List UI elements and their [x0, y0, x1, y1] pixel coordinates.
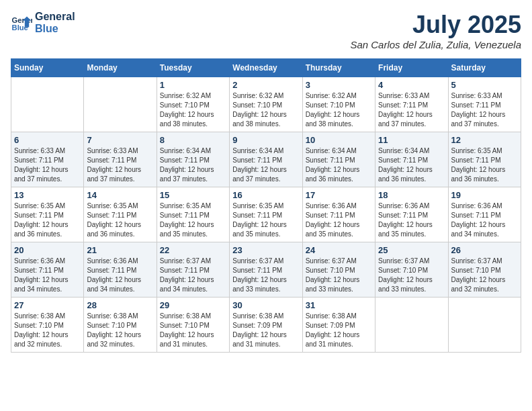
calendar-cell: 24Sunrise: 6:37 AM Sunset: 7:10 PM Dayli…	[302, 242, 375, 298]
day-number: 2	[232, 80, 299, 90]
calendar-cell: 15Sunrise: 6:35 AM Sunset: 7:11 PM Dayli…	[157, 187, 229, 242]
day-number: 11	[378, 135, 445, 145]
calendar-week-row: 6Sunrise: 6:33 AM Sunset: 7:11 PM Daylig…	[11, 132, 521, 187]
day-number: 24	[306, 245, 372, 255]
day-number: 14	[87, 190, 153, 200]
day-info: Sunrise: 6:35 AM Sunset: 7:11 PM Dayligh…	[232, 201, 299, 239]
day-info: Sunrise: 6:37 AM Sunset: 7:11 PM Dayligh…	[160, 257, 226, 294]
day-number: 26	[451, 245, 518, 255]
day-number: 6	[14, 135, 81, 145]
day-info: Sunrise: 6:38 AM Sunset: 7:09 PM Dayligh…	[306, 312, 372, 349]
day-number: 4	[378, 80, 445, 90]
calendar-cell: 27Sunrise: 6:38 AM Sunset: 7:10 PM Dayli…	[11, 298, 84, 353]
calendar-cell: 4Sunrise: 6:33 AM Sunset: 7:11 PM Daylig…	[375, 77, 448, 132]
calendar-cell	[375, 298, 448, 353]
calendar-cell: 29Sunrise: 6:38 AM Sunset: 7:10 PM Dayli…	[157, 298, 229, 353]
day-number: 15	[160, 190, 226, 200]
day-number: 31	[306, 300, 372, 310]
day-number: 13	[14, 190, 81, 200]
logo: General Blue General Blue	[11, 11, 75, 34]
day-info: Sunrise: 6:37 AM Sunset: 7:10 PM Dayligh…	[306, 257, 372, 294]
day-info: Sunrise: 6:32 AM Sunset: 7:10 PM Dayligh…	[232, 91, 299, 129]
day-number: 25	[378, 245, 445, 255]
weekday-header: Sunday	[11, 59, 84, 77]
day-number: 18	[378, 190, 445, 200]
calendar-cell: 23Sunrise: 6:37 AM Sunset: 7:11 PM Dayli…	[230, 242, 302, 298]
calendar-cell	[448, 298, 521, 353]
day-info: Sunrise: 6:34 AM Sunset: 7:11 PM Dayligh…	[378, 146, 445, 184]
calendar-cell: 30Sunrise: 6:38 AM Sunset: 7:09 PM Dayli…	[230, 298, 302, 353]
calendar-cell: 2Sunrise: 6:32 AM Sunset: 7:10 PM Daylig…	[230, 77, 302, 132]
day-number: 5	[451, 80, 518, 90]
title-area: July 2025 San Carlos del Zulia, Zulia, V…	[350, 11, 521, 50]
day-info: Sunrise: 6:38 AM Sunset: 7:10 PM Dayligh…	[14, 312, 81, 349]
logo-icon: General Blue	[11, 12, 32, 34]
calendar-cell: 28Sunrise: 6:38 AM Sunset: 7:10 PM Dayli…	[84, 298, 157, 353]
day-info: Sunrise: 6:32 AM Sunset: 7:10 PM Dayligh…	[160, 91, 226, 129]
calendar-cell: 5Sunrise: 6:33 AM Sunset: 7:11 PM Daylig…	[448, 77, 521, 132]
day-number: 8	[160, 135, 226, 145]
day-number: 22	[160, 245, 226, 255]
day-number: 29	[160, 300, 226, 310]
calendar-cell: 19Sunrise: 6:36 AM Sunset: 7:11 PM Dayli…	[448, 187, 521, 242]
day-info: Sunrise: 6:37 AM Sunset: 7:10 PM Dayligh…	[378, 257, 445, 294]
calendar-cell: 17Sunrise: 6:36 AM Sunset: 7:11 PM Dayli…	[302, 187, 375, 242]
weekday-header-row: SundayMondayTuesdayWednesdayThursdayFrid…	[11, 59, 521, 77]
weekday-header: Wednesday	[230, 59, 302, 77]
logo-blue: Blue	[35, 23, 75, 35]
calendar-week-row: 13Sunrise: 6:35 AM Sunset: 7:11 PM Dayli…	[11, 187, 521, 242]
calendar-cell: 18Sunrise: 6:36 AM Sunset: 7:11 PM Dayli…	[375, 187, 448, 242]
calendar-cell: 1Sunrise: 6:32 AM Sunset: 7:10 PM Daylig…	[157, 77, 229, 132]
day-info: Sunrise: 6:33 AM Sunset: 7:11 PM Dayligh…	[451, 91, 518, 129]
day-info: Sunrise: 6:36 AM Sunset: 7:11 PM Dayligh…	[14, 257, 81, 294]
day-info: Sunrise: 6:34 AM Sunset: 7:11 PM Dayligh…	[306, 146, 372, 184]
day-number: 7	[87, 135, 153, 145]
calendar-cell: 3Sunrise: 6:32 AM Sunset: 7:10 PM Daylig…	[302, 77, 375, 132]
day-info: Sunrise: 6:37 AM Sunset: 7:10 PM Dayligh…	[451, 257, 518, 294]
day-info: Sunrise: 6:38 AM Sunset: 7:09 PM Dayligh…	[232, 312, 299, 349]
day-number: 12	[451, 135, 518, 145]
day-info: Sunrise: 6:33 AM Sunset: 7:11 PM Dayligh…	[14, 146, 81, 184]
day-number: 9	[232, 135, 299, 145]
weekday-header: Monday	[84, 59, 157, 77]
day-number: 28	[87, 300, 153, 310]
calendar-cell: 9Sunrise: 6:34 AM Sunset: 7:11 PM Daylig…	[230, 132, 302, 187]
location-subtitle: San Carlos del Zulia, Zulia, Venezuela	[350, 39, 521, 50]
day-info: Sunrise: 6:34 AM Sunset: 7:11 PM Dayligh…	[160, 146, 226, 184]
day-number: 19	[451, 190, 518, 200]
calendar-cell: 12Sunrise: 6:35 AM Sunset: 7:11 PM Dayli…	[448, 132, 521, 187]
calendar-cell	[84, 77, 157, 132]
calendar-cell: 14Sunrise: 6:35 AM Sunset: 7:11 PM Dayli…	[84, 187, 157, 242]
day-info: Sunrise: 6:36 AM Sunset: 7:11 PM Dayligh…	[378, 201, 445, 239]
day-info: Sunrise: 6:32 AM Sunset: 7:10 PM Dayligh…	[306, 91, 372, 129]
day-number: 17	[306, 190, 372, 200]
day-info: Sunrise: 6:33 AM Sunset: 7:11 PM Dayligh…	[87, 146, 153, 184]
weekday-header: Saturday	[448, 59, 521, 77]
day-info: Sunrise: 6:35 AM Sunset: 7:11 PM Dayligh…	[160, 201, 226, 239]
calendar-cell: 21Sunrise: 6:36 AM Sunset: 7:11 PM Dayli…	[84, 242, 157, 298]
calendar-cell: 25Sunrise: 6:37 AM Sunset: 7:10 PM Dayli…	[375, 242, 448, 298]
day-number: 21	[87, 245, 153, 255]
day-info: Sunrise: 6:36 AM Sunset: 7:11 PM Dayligh…	[87, 257, 153, 294]
calendar-cell: 22Sunrise: 6:37 AM Sunset: 7:11 PM Dayli…	[157, 242, 229, 298]
day-info: Sunrise: 6:35 AM Sunset: 7:11 PM Dayligh…	[87, 201, 153, 239]
day-number: 23	[232, 245, 299, 255]
calendar-cell: 8Sunrise: 6:34 AM Sunset: 7:11 PM Daylig…	[157, 132, 229, 187]
calendar-week-row: 1Sunrise: 6:32 AM Sunset: 7:10 PM Daylig…	[11, 77, 521, 132]
page-header: General Blue General Blue July 2025 San …	[11, 11, 521, 50]
month-title: July 2025	[350, 11, 521, 39]
day-number: 3	[306, 80, 372, 90]
day-info: Sunrise: 6:34 AM Sunset: 7:11 PM Dayligh…	[232, 146, 299, 184]
day-info: Sunrise: 6:36 AM Sunset: 7:11 PM Dayligh…	[306, 201, 372, 239]
weekday-header: Tuesday	[157, 59, 229, 77]
calendar-cell: 11Sunrise: 6:34 AM Sunset: 7:11 PM Dayli…	[375, 132, 448, 187]
calendar-cell: 31Sunrise: 6:38 AM Sunset: 7:09 PM Dayli…	[302, 298, 375, 353]
day-number: 30	[232, 300, 299, 310]
day-info: Sunrise: 6:37 AM Sunset: 7:11 PM Dayligh…	[232, 257, 299, 294]
logo-general: General	[35, 11, 75, 23]
calendar-table: SundayMondayTuesdayWednesdayThursdayFrid…	[11, 58, 521, 353]
day-info: Sunrise: 6:38 AM Sunset: 7:10 PM Dayligh…	[160, 312, 226, 349]
day-info: Sunrise: 6:33 AM Sunset: 7:11 PM Dayligh…	[378, 91, 445, 129]
weekday-header: Thursday	[302, 59, 375, 77]
day-number: 1	[160, 80, 226, 90]
